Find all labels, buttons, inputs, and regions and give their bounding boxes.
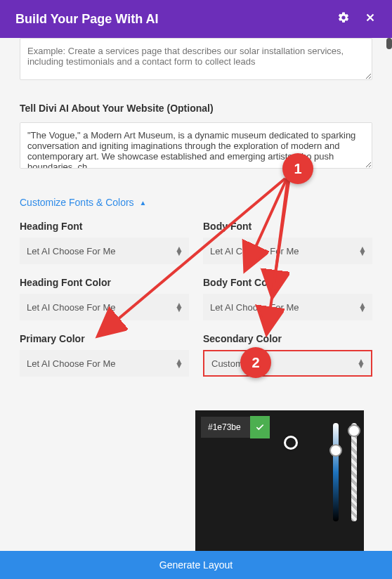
secondary-color-field: Secondary Color Custom ▲▼	[203, 333, 372, 377]
customize-fonts-colors-toggle[interactable]: Customize Fonts & Colors ▲	[20, 197, 147, 208]
select-arrows-icon: ▲▼	[357, 359, 365, 367]
heading-font-field: Heading Font Let AI Choose For Me ▲▼	[20, 221, 189, 264]
color-picker	[195, 410, 364, 551]
about-website-label: Tell Divi AI About Your Website (Optiona…	[20, 103, 372, 114]
row-primary-secondary: Primary Color Let AI Choose For Me ▲▼ Se…	[20, 333, 372, 377]
body-font-field: Body Font Let AI Choose For Me ▲▼	[203, 221, 372, 264]
annotation-badge-1: 1	[282, 153, 313, 184]
heading-font-select[interactable]: Let AI Choose For Me ▲▼	[20, 238, 189, 264]
row-heading-body-font: Heading Font Let AI Choose For Me ▲▼ Bod…	[20, 221, 372, 264]
generate-layout-label: Generate Layout	[159, 559, 233, 571]
prompt-textarea[interactable]	[20, 38, 372, 80]
heading-font-label: Heading Font	[20, 221, 189, 232]
hex-confirm-button[interactable]	[250, 416, 270, 438]
secondary-color-value: Custom	[211, 358, 243, 369]
annotation-badge-2: 2	[240, 347, 271, 378]
hex-input[interactable]	[201, 417, 250, 438]
body-font-color-field: Body Font Color Let AI Choose For Me ▲▼	[203, 277, 372, 320]
about-website-textarea[interactable]	[20, 122, 372, 169]
header-actions	[337, 11, 377, 27]
body-font-value: Let AI Choose For Me	[210, 246, 299, 256]
body-font-color-label: Body Font Color	[203, 277, 372, 288]
spectrum-handle[interactable]	[284, 436, 298, 450]
heading-font-color-field: Heading Font Color Let AI Choose For Me …	[20, 277, 189, 320]
select-arrows-icon: ▲▼	[175, 247, 183, 255]
annotation-badge-2-text: 2	[251, 355, 259, 371]
modal-header: Build Your Page With AI	[0, 0, 392, 38]
gear-icon[interactable]	[337, 11, 350, 27]
heading-font-color-value: Let AI Choose For Me	[27, 302, 115, 313]
select-arrows-icon: ▲▼	[175, 303, 183, 311]
secondary-color-label: Secondary Color	[203, 333, 372, 344]
primary-color-label: Primary Color	[20, 333, 189, 344]
primary-color-field: Primary Color Let AI Choose For Me ▲▼	[20, 333, 189, 377]
close-icon[interactable]	[364, 11, 377, 27]
body-font-color-value: Let AI Choose For Me	[210, 302, 299, 313]
alpha-handle[interactable]	[348, 424, 360, 437]
secondary-color-select[interactable]: Custom ▲▼	[203, 350, 372, 377]
annotation-badge-1-text: 1	[294, 161, 301, 177]
lightness-handle[interactable]	[329, 444, 342, 457]
select-arrows-icon: ▲▼	[358, 303, 367, 311]
row-font-colors: Heading Font Color Let AI Choose For Me …	[20, 277, 372, 320]
body-font-label: Body Font	[203, 221, 372, 232]
alpha-slider[interactable]	[351, 423, 357, 521]
chevron-up-icon: ▲	[140, 199, 147, 207]
select-arrows-icon: ▲▼	[175, 359, 183, 367]
generate-layout-button[interactable]: Generate Layout	[0, 551, 392, 579]
hex-input-row	[201, 416, 270, 438]
color-sliders	[333, 423, 357, 521]
customize-label: Customize Fonts & Colors	[20, 197, 134, 208]
modal-body: Tell Divi AI About Your Website (Optiona…	[0, 38, 392, 551]
select-arrows-icon: ▲▼	[358, 247, 367, 255]
primary-color-select[interactable]: Let AI Choose For Me ▲▼	[20, 350, 189, 377]
body-font-select[interactable]: Let AI Choose For Me ▲▼	[203, 238, 372, 264]
heading-font-color-select[interactable]: Let AI Choose For Me ▲▼	[20, 294, 189, 320]
heading-font-value: Let AI Choose For Me	[27, 246, 115, 256]
body-font-color-select[interactable]: Let AI Choose For Me ▲▼	[203, 294, 372, 320]
heading-font-color-label: Heading Font Color	[20, 277, 189, 288]
modal-title: Build Your Page With AI	[15, 12, 159, 27]
lightness-slider[interactable]	[333, 423, 339, 521]
primary-color-value: Let AI Choose For Me	[27, 358, 115, 369]
